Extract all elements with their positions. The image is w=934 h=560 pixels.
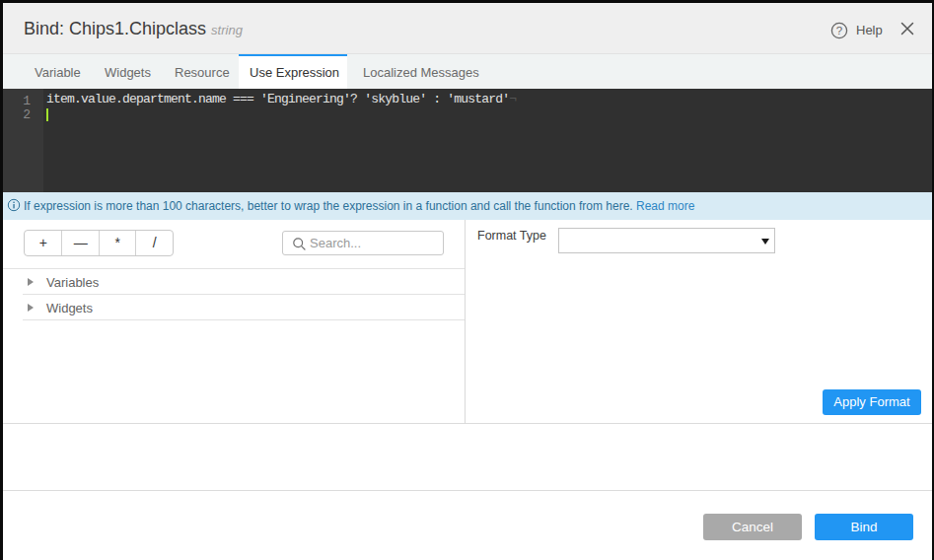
svg-text:?: ? xyxy=(836,25,842,36)
